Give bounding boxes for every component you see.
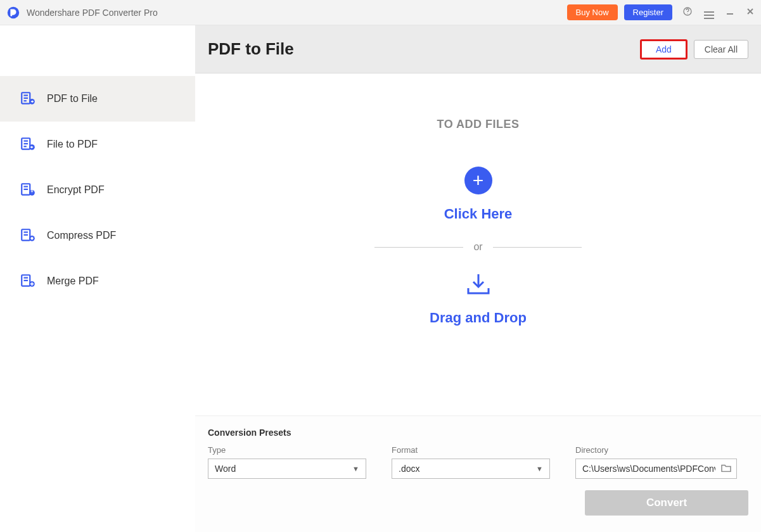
minimize-icon[interactable] xyxy=(726,7,734,18)
chevron-down-icon: ▼ xyxy=(536,465,543,472)
directory-value: C:\Users\ws\Documents\PDFConvert xyxy=(582,464,715,474)
add-button[interactable]: Add xyxy=(640,39,687,60)
sidebar-item-encrypt-pdf[interactable]: Encrypt PDF xyxy=(0,167,195,213)
clear-all-button[interactable]: Clear All xyxy=(694,40,748,59)
click-here-link[interactable]: Click Here xyxy=(444,206,513,222)
merge-pdf-icon xyxy=(19,272,37,290)
main-area: PDF to File Add Clear All TO ADD FILES +… xyxy=(195,25,761,532)
sidebar: PDF to File File to PDF Encrypt PDF Comp… xyxy=(0,25,195,532)
encrypt-pdf-icon xyxy=(19,181,37,199)
chevron-down-icon: ▼ xyxy=(352,465,359,472)
sidebar-item-label: File to PDF xyxy=(47,139,98,150)
app-logo-icon xyxy=(6,6,20,20)
svg-rect-3 xyxy=(727,13,733,15)
close-icon[interactable] xyxy=(746,7,755,18)
add-files-plus-icon[interactable]: + xyxy=(464,167,492,194)
drag-drop-icon xyxy=(464,272,492,301)
directory-field[interactable]: C:\Users\ws\Documents\PDFConvert xyxy=(575,459,737,479)
pdf-to-file-icon xyxy=(19,90,37,108)
divider-line-left xyxy=(374,247,463,248)
sidebar-item-pdf-to-file[interactable]: PDF to File xyxy=(0,76,195,122)
buy-now-button[interactable]: Buy Now xyxy=(567,4,618,20)
menu-icon[interactable] xyxy=(704,8,714,18)
or-divider: or xyxy=(374,241,581,253)
directory-label: Directory xyxy=(575,445,737,455)
compress-pdf-icon xyxy=(19,227,37,244)
or-label: or xyxy=(473,241,482,253)
drag-and-drop-label: Drag and Drop xyxy=(430,310,527,326)
page-header: PDF to File Add Clear All xyxy=(195,25,761,73)
titlebar: Wondershare PDF Converter Pro Buy Now Re… xyxy=(0,0,761,25)
sidebar-item-label: Compress PDF xyxy=(47,230,116,241)
drop-zone[interactable]: TO ADD FILES + Click Here or Drag and Dr… xyxy=(195,73,761,415)
divider-line-right xyxy=(493,247,582,248)
folder-icon[interactable] xyxy=(721,464,731,474)
register-button[interactable]: Register xyxy=(624,4,672,20)
format-select[interactable]: .docx ▼ xyxy=(392,459,550,479)
sidebar-item-label: Encrypt PDF xyxy=(47,184,105,196)
sidebar-item-merge-pdf[interactable]: Merge PDF xyxy=(0,258,195,304)
type-label: Type xyxy=(208,445,366,455)
sidebar-item-compress-pdf[interactable]: Compress PDF xyxy=(0,213,195,258)
type-value: Word xyxy=(215,464,236,474)
page-title: PDF to File xyxy=(208,39,294,59)
file-to-pdf-icon xyxy=(19,136,37,153)
help-icon[interactable] xyxy=(682,6,693,18)
format-label: Format xyxy=(392,445,550,455)
conversion-presets: Conversion Presets Type Word ▼ Format .d… xyxy=(195,415,761,532)
type-select[interactable]: Word ▼ xyxy=(208,459,366,479)
format-value: .docx xyxy=(399,464,419,474)
sidebar-item-file-to-pdf[interactable]: File to PDF xyxy=(0,122,195,167)
sidebar-item-label: Merge PDF xyxy=(47,276,99,287)
presets-title: Conversion Presets xyxy=(208,428,748,438)
svg-point-2 xyxy=(687,13,687,14)
convert-button[interactable]: Convert xyxy=(585,490,748,516)
svg-rect-20 xyxy=(31,192,33,194)
sidebar-item-label: PDF to File xyxy=(47,93,98,104)
window-controls xyxy=(682,6,755,18)
to-add-files-label: TO ADD FILES xyxy=(437,118,519,131)
app-title: Wondershare PDF Converter Pro xyxy=(27,8,158,18)
